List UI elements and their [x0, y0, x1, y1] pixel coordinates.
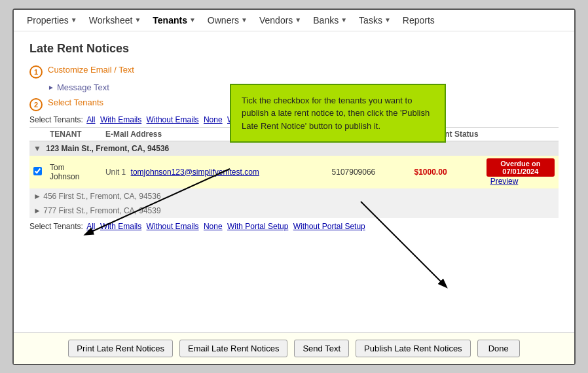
group-address-1: 123 Main St., Fremont, CA, 94536: [46, 144, 169, 153]
group-expand-icon-2: ►: [33, 192, 41, 201]
select-with-emails-link-bottom[interactable]: With Emails: [100, 222, 141, 231]
nav-worksheet[interactable]: Worksheet ▼: [89, 15, 141, 26]
tenant-status-cell: Overdue on 07/01/2024 Preview: [483, 156, 559, 189]
nav-vendors-arrow: ▼: [295, 16, 301, 24]
group-address-3: 777 First St., Fremont, CA, 94539: [43, 206, 160, 215]
publish-button[interactable]: Publish Late Rent Notices: [356, 340, 471, 357]
preview-link[interactable]: Preview: [490, 177, 519, 186]
print-button[interactable]: Print Late Rent Notices: [68, 340, 173, 357]
message-text-link[interactable]: Message Text: [57, 82, 109, 92]
th-checkbox: [29, 127, 46, 141]
nav-reports[interactable]: Reports: [403, 15, 435, 26]
app-window: Properties ▼ Worksheet ▼ Tenants ▼ Owner…: [12, 9, 576, 365]
select-none-link-bottom[interactable]: None: [204, 222, 223, 231]
nav-banks-label: Banks: [313, 15, 339, 26]
tenant-unit: Unit 1: [105, 168, 126, 177]
th-actions: [483, 127, 559, 141]
group-row-3[interactable]: ► 777 First St., Fremont, CA, 94539: [29, 204, 559, 218]
tenant-phone: 5107909066: [332, 168, 376, 177]
select-none-link[interactable]: None: [204, 115, 223, 124]
nav-owners-label: Owners: [208, 15, 239, 26]
tenant-name: TomJohnson: [50, 163, 79, 181]
nav-tenants-arrow: ▼: [189, 16, 196, 24]
overdue-badge: Overdue on 07/01/2024: [487, 158, 555, 177]
th-tenant: TENANT: [46, 127, 101, 141]
tenant-checkbox-cell[interactable]: [29, 156, 46, 189]
nav-properties-arrow: ▼: [71, 16, 77, 24]
tenant-name-cell: TomJohnson: [46, 156, 101, 189]
tooltip-text: Tick the checkbox for the tenants you wa…: [242, 96, 430, 131]
nav-tenants-label: Tenants: [153, 15, 187, 26]
step-1: 1 Customize Email / Text: [29, 65, 559, 79]
select-with-portal-link-bottom[interactable]: With Portal Setup: [227, 222, 288, 231]
nav-banks[interactable]: Banks ▼: [313, 15, 347, 26]
step-1-circle: 1: [29, 65, 43, 79]
select-without-portal-link-bottom[interactable]: Without Portal Setup: [293, 222, 365, 231]
overdue-label: Overdue on: [500, 160, 540, 168]
tooltip-box: Tick the checkbox for the tenants you wa…: [230, 84, 446, 143]
select-all-link-bottom[interactable]: All: [86, 222, 95, 231]
select-tenants-prefix-bottom: Select Tenants:: [29, 222, 83, 231]
select-without-emails-link-bottom[interactable]: Without Emails: [147, 222, 199, 231]
send-text-button[interactable]: Send Text: [294, 340, 349, 357]
main-content: Late Rent Notices 1 Customize Email / Te…: [14, 31, 574, 332]
select-tenants-prefix: Select Tenants:: [29, 115, 83, 124]
nav-vendors-label: Vendors: [259, 15, 293, 26]
group-row-1[interactable]: ▼ 123 Main St., Fremont, CA, 94536: [29, 141, 559, 156]
done-button[interactable]: Done: [477, 340, 520, 357]
overdue-date: 07/01/2024: [502, 168, 538, 175]
table-row: TomJohnson Unit 1 tomjohnson123@simplify…: [29, 156, 559, 189]
group-row-2[interactable]: ► 456 First St., Fremont, CA, 94536: [29, 188, 559, 204]
nav-tenants[interactable]: Tenants ▼: [153, 15, 196, 26]
nav-owners[interactable]: Owners ▼: [208, 15, 248, 26]
nav-properties[interactable]: Properties ▼: [27, 15, 77, 26]
group-expand-icon-3: ►: [33, 206, 41, 215]
nav-banks-arrow: ▼: [340, 16, 347, 24]
tenant-unit-email-cell: Unit 1 tomjohnson123@simplifyemtest.com: [101, 156, 328, 189]
nav-reports-label: Reports: [403, 15, 435, 26]
nav-worksheet-label: Worksheet: [89, 15, 133, 26]
step-1-label[interactable]: Customize Email / Text: [48, 65, 134, 75]
tenant-checkbox[interactable]: [33, 167, 42, 175]
step-2-label[interactable]: Select Tenants: [48, 98, 103, 107]
nav-worksheet-arrow: ▼: [134, 16, 141, 24]
group-expand-icon-1: ▼: [33, 144, 41, 153]
tenant-phone-cell: 5107909066: [328, 156, 411, 189]
nav-properties-label: Properties: [27, 15, 69, 26]
select-without-emails-link[interactable]: Without Emails: [147, 115, 199, 124]
nav-vendors[interactable]: Vendors ▼: [259, 15, 301, 26]
tenant-rent-amount: $1000.00: [414, 168, 447, 177]
footer: Print Late Rent Notices Email Late Rent …: [14, 332, 574, 364]
nav-tasks[interactable]: Tasks ▼: [359, 15, 391, 26]
select-all-link[interactable]: All: [86, 115, 95, 124]
nav-tasks-arrow: ▼: [384, 16, 391, 24]
email-button[interactable]: Email Late Rent Notices: [179, 340, 287, 357]
select-with-emails-link[interactable]: With Emails: [100, 115, 141, 124]
group-address-2: 456 First St., Fremont, CA, 94536: [43, 192, 160, 201]
nav-tasks-label: Tasks: [359, 15, 382, 26]
tenant-email[interactable]: tomjohnson123@simplifyemtest.com: [131, 168, 259, 177]
select-tenants-bottom: Select Tenants: All With Emails Without …: [29, 222, 559, 231]
tenant-amount-cell: $1000.00: [411, 156, 483, 189]
expand-icon: ►: [48, 84, 54, 91]
navigation: Properties ▼ Worksheet ▼ Tenants ▼ Owner…: [14, 10, 574, 31]
page-title: Late Rent Notices: [29, 42, 559, 56]
step-2-circle: 2: [29, 98, 43, 111]
nav-owners-arrow: ▼: [241, 16, 248, 24]
